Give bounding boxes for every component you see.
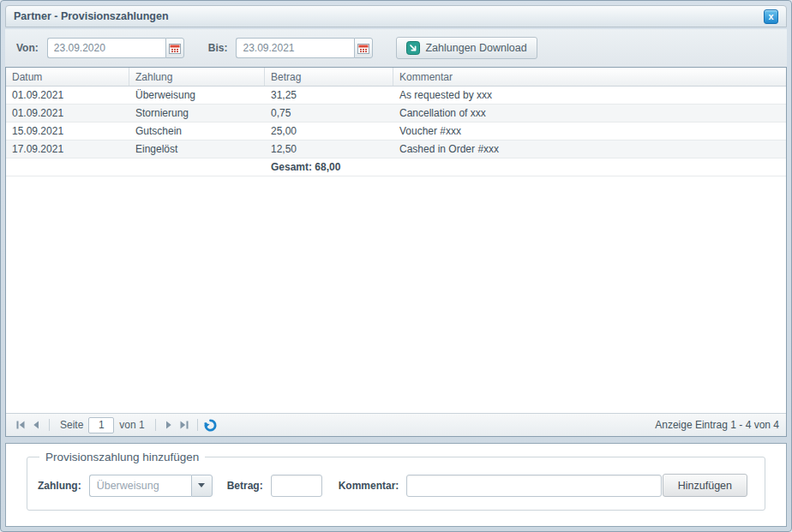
- fieldset-legend: Provisionszahlung hinzufügen: [39, 451, 205, 463]
- toolbar-separator: [155, 419, 156, 431]
- column-header-zahlung[interactable]: Zahlung: [129, 68, 265, 86]
- grid-empty-area: [6, 176, 786, 413]
- von-date-input[interactable]: [47, 38, 165, 58]
- table-row[interactable]: 01.09.2021 Überweisung 31,25 As requeste…: [6, 87, 786, 105]
- betrag-field[interactable]: [271, 475, 322, 497]
- refresh-icon[interactable]: [203, 417, 219, 433]
- partner-provisions-window: Partner - Provisionszahlungen x Von:: [0, 0, 792, 532]
- betrag-label: Betrag:: [227, 480, 263, 492]
- summary-total: Gesamt: 68,00: [265, 158, 393, 176]
- pagination-toolbar: Seite von 1 Anzeige Eintrag 1 - 4 von 4: [6, 413, 786, 436]
- von-label: Von:: [16, 42, 39, 54]
- bis-calendar-icon[interactable]: [354, 38, 373, 58]
- grid-header: Datum Zahlung Betrag Kommentar: [6, 68, 786, 87]
- next-page-icon[interactable]: [161, 417, 177, 433]
- toolbar-separator: [197, 419, 198, 431]
- chevron-down-icon[interactable]: [191, 475, 213, 497]
- cell-datum: 01.09.2021: [6, 105, 129, 122]
- page-number-input[interactable]: [88, 417, 114, 433]
- table-row[interactable]: 15.09.2021 Gutschein 25,00 Voucher #xxx: [6, 123, 786, 140]
- add-payment-form-row: Zahlung: Betrag: Kommentar: Hinzufügen: [38, 474, 754, 497]
- column-header-kommentar[interactable]: Kommentar: [393, 68, 786, 86]
- cell-kommentar: Cancellation of xxx: [393, 105, 786, 122]
- download-button-label: Zahlungen Download: [425, 42, 526, 54]
- cell-betrag: 0,75: [265, 105, 393, 122]
- zahlung-combobox[interactable]: [89, 475, 213, 497]
- cell-kommentar: Cashed in Order #xxx: [393, 140, 786, 158]
- close-icon[interactable]: x: [764, 9, 778, 24]
- cell-datum: 17.09.2021: [6, 140, 129, 158]
- calendar-icon: [357, 43, 369, 54]
- cell-datum: 01.09.2021: [6, 87, 129, 104]
- cell-kommentar: Voucher #xxx: [393, 123, 786, 140]
- first-page-icon[interactable]: [13, 417, 28, 433]
- cell-zahlung: Stornierung: [129, 105, 265, 122]
- von-calendar-icon[interactable]: [165, 38, 184, 58]
- add-payment-panel: Provisionszahlung hinzufügen Zahlung: Be…: [5, 443, 787, 527]
- bis-label: Bis:: [208, 42, 228, 54]
- prev-page-icon[interactable]: [28, 417, 44, 433]
- download-icon: [406, 41, 420, 55]
- summary-row: Gesamt: 68,00: [6, 158, 786, 176]
- last-page-icon[interactable]: [177, 417, 192, 433]
- cell-zahlung: Überweisung: [129, 87, 265, 104]
- toolbar-separator: [49, 419, 50, 431]
- zahlungen-download-button[interactable]: Zahlungen Download: [396, 37, 537, 59]
- hinzufuegen-button[interactable]: Hinzufügen: [663, 474, 747, 497]
- payments-grid: Datum Zahlung Betrag Kommentar 01.09.202…: [5, 67, 787, 437]
- filter-toolbar: Von: Bis:: [5, 29, 787, 67]
- kommentar-field[interactable]: [406, 475, 662, 497]
- cell-zahlung: Gutschein: [129, 123, 265, 140]
- cell-betrag: 31,25: [265, 87, 393, 104]
- cell-betrag: 25,00: [265, 123, 393, 140]
- cell-betrag: 12,50: [265, 140, 393, 158]
- display-range-status: Anzeige Eintrag 1 - 4 von 4: [655, 419, 779, 431]
- seite-label: Seite: [60, 419, 83, 431]
- window-title: Partner - Provisionszahlungen: [14, 10, 169, 22]
- cell-datum: 15.09.2021: [6, 123, 129, 140]
- von-datefield: [47, 38, 184, 58]
- add-payment-fieldset: Provisionszahlung hinzufügen Zahlung: Be…: [27, 451, 765, 511]
- table-row[interactable]: 01.09.2021 Stornierung 0,75 Cancellation…: [6, 105, 786, 123]
- page-count-label: von 1: [119, 419, 144, 431]
- zahlung-label: Zahlung:: [38, 480, 81, 492]
- cell-zahlung: Eingelöst: [129, 140, 265, 158]
- bis-datefield: [236, 38, 373, 58]
- calendar-icon: [169, 43, 181, 54]
- column-header-betrag[interactable]: Betrag: [265, 68, 393, 86]
- kommentar-label: Kommentar:: [339, 480, 399, 492]
- window-titlebar: Partner - Provisionszahlungen x: [5, 5, 787, 27]
- column-header-datum[interactable]: Datum: [6, 68, 129, 86]
- bis-date-input[interactable]: [236, 38, 354, 58]
- cell-kommentar: As requested by xxx: [393, 87, 786, 104]
- zahlung-combo-input[interactable]: [89, 475, 191, 497]
- table-row[interactable]: 17.09.2021 Eingelöst 12,50 Cashed in Ord…: [6, 140, 786, 158]
